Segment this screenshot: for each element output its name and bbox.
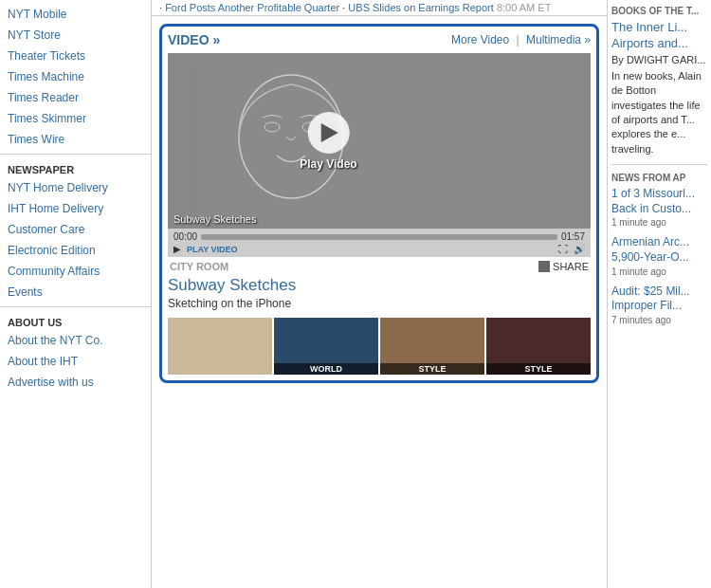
sidebar-link[interactable]: NYT Store	[0, 25, 151, 46]
sidebar-link[interactable]: IHT Home Delivery	[0, 198, 151, 219]
sidebar-link[interactable]: Times Wire	[0, 129, 151, 150]
multimedia-link[interactable]: Multimedia »	[526, 33, 591, 46]
newspaper-header: NEWSPAPER	[0, 158, 151, 177]
sidebar-link[interactable]: About the IHT	[0, 351, 151, 372]
sidebar-link[interactable]: Times Skimmer	[0, 108, 151, 129]
news-from-header: NEWS FROM AP	[611, 173, 707, 183]
story-description: Sketching on the iPhone	[168, 297, 591, 310]
book-title[interactable]: The Inner Li... Airports and...	[611, 20, 707, 52]
news-time: 1 minute ago	[611, 217, 707, 228]
news-headline[interactable]: 1 of 3 Missourl... Back in Custo...	[611, 187, 707, 216]
sidebar-link[interactable]: Events	[0, 282, 151, 303]
video-player[interactable]: Play Video Subway Sketches	[168, 53, 591, 229]
news-item: 1 of 3 Missourl... Back in Custo...1 min…	[611, 187, 707, 228]
volume-button[interactable]: 🔊	[574, 244, 585, 254]
time-total: 01:57	[561, 231, 585, 242]
sidebar-link[interactable]: Community Affairs	[0, 261, 151, 282]
video-thumbnail	[168, 53, 414, 229]
ticker-link-2[interactable]: UBS Slides on Earnings Report	[348, 2, 493, 13]
video-header: VIDEO » More Video | Multimedia »	[168, 32, 591, 47]
book-description: In new books, Alain de Botton investigat…	[611, 69, 707, 156]
news-headline[interactable]: Audit: $25 Mil... Improper Fil...	[611, 285, 707, 314]
video-caption: Subway Sketches	[173, 213, 256, 225]
thumbnail-item[interactable]: STYLE	[380, 318, 484, 375]
video-links: More Video | Multimedia »	[451, 33, 591, 46]
video-section: VIDEO » More Video | Multimedia »	[159, 24, 599, 383]
play-button[interactable]: Play Video	[300, 112, 356, 171]
news-time: 7 minutes ago	[611, 315, 707, 325]
ticker-time: 8:00 AM ET	[497, 2, 551, 13]
time-current: 00:00	[173, 231, 197, 242]
fullscreen-button[interactable]: ⛶	[558, 244, 568, 254]
divider-pipe: |	[517, 33, 522, 46]
sidebar-link[interactable]: About the NYT Co.	[0, 330, 151, 351]
progress-bar[interactable]	[201, 234, 557, 240]
news-item: Audit: $25 Mil... Improper Fil...7 minut…	[611, 285, 707, 325]
city-room-label: CITY ROOM	[170, 261, 228, 272]
main-content: · Ford Posts Another Profitable Quarter …	[152, 0, 607, 588]
controls-row: ▶ Play Video ⛶ 🔊	[173, 244, 585, 254]
news-headline[interactable]: Armenian Arc... 5,900-Year-O...	[611, 235, 707, 265]
video-info-bar: CITY ROOM SHARE	[168, 257, 591, 276]
play-text-button[interactable]: Play Video	[187, 245, 238, 254]
progress-row: 00:00 01:57	[173, 231, 585, 242]
sidebar-link[interactable]: NYT Mobile	[0, 4, 151, 25]
share-icon	[538, 261, 550, 272]
more-video-link[interactable]: More Video	[451, 33, 509, 46]
story-title-link[interactable]: Subway Sketches	[168, 276, 591, 295]
sidebar-link[interactable]: Advertise with us	[0, 372, 151, 393]
about-us-header: ABOUT US	[0, 311, 151, 330]
svg-rect-0	[196, 65, 386, 217]
right-column: BOOKS OF THE T... The Inner Li... Airpor…	[607, 0, 711, 588]
ticker-link-1[interactable]: Ford Posts Another Profitable Quarter	[165, 2, 339, 13]
thumbnail-item[interactable]	[168, 318, 272, 375]
news-item: Armenian Arc... 5,900-Year-O...1 minute …	[611, 235, 707, 276]
books-header: BOOKS OF THE T...	[611, 6, 707, 16]
sidebar-link[interactable]: Times Reader	[0, 87, 151, 108]
thumbnail-label: WORLD	[274, 363, 378, 375]
thumbnail-item[interactable]: WORLD	[274, 318, 378, 375]
news-time: 1 minute ago	[611, 266, 707, 277]
play-pause-button[interactable]: ▶	[173, 244, 181, 254]
sidebar-link[interactable]: Customer Care	[0, 219, 151, 240]
book-author: By DWIGHT GARI...	[611, 54, 707, 65]
sidebar-link[interactable]: NYT Home Delivery	[0, 177, 151, 198]
sidebar-link[interactable]: Theater Tickets	[0, 46, 151, 66]
ticker-bar: · Ford Posts Another Profitable Quarter …	[152, 0, 607, 16]
sidebar-link[interactable]: Times Machine	[0, 66, 151, 87]
sidebar-link[interactable]: Electronic Edition	[0, 240, 151, 261]
share-button[interactable]: SHARE	[538, 261, 589, 272]
video-section-link[interactable]: VIDEO »	[168, 32, 220, 47]
thumbnails-row: WORLDSTYLESTYLE	[168, 318, 591, 375]
right-divider	[611, 164, 707, 165]
thumbnail-label: STYLE	[486, 363, 591, 375]
thumbnail-item[interactable]: STYLE	[486, 318, 591, 375]
share-label: SHARE	[553, 261, 589, 272]
thumbnail-label: STYLE	[380, 363, 484, 375]
video-controls: 00:00 01:57 ▶ Play Video ⛶ 🔊	[168, 229, 591, 257]
sidebar: NYT MobileNYT StoreTheater TicketsTimes …	[0, 0, 152, 588]
play-video-label: Play Video	[300, 157, 356, 171]
